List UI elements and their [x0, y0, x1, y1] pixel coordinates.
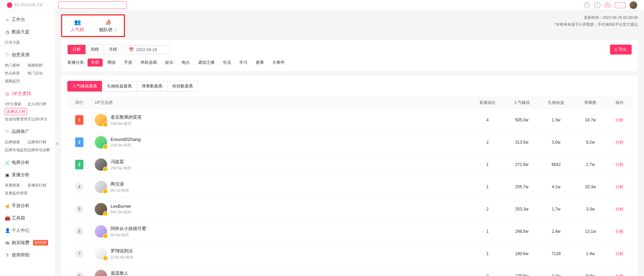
analyze-button[interactable]: 分析	[616, 274, 624, 276]
sort-tab[interactable]: 弹幕数最高	[137, 81, 168, 92]
up-avatar[interactable]	[95, 248, 107, 260]
sidebar-item[interactable]: 直播监控管理	[5, 189, 27, 197]
analyze-button[interactable]: 分析	[616, 251, 624, 256]
period-tabs: 日榜周榜月榜	[67, 45, 122, 55]
up-name[interactable]: 冯提莫	[111, 159, 131, 165]
export-button[interactable]: ⎘ 导出	[610, 45, 632, 55]
category-item[interactable]: 娱乐	[162, 59, 177, 67]
category-item[interactable]: 赛事	[252, 59, 267, 67]
logo: BZ.FEIGUA.CN	[7, 1, 127, 9]
top-header: BZ.FEIGUA.CN ? i ◔ ···	[0, 0, 644, 10]
sidebar-group-使用帮助[interactable]: ?使用帮助	[0, 249, 55, 261]
category-item[interactable]: 网游	[104, 59, 119, 67]
sidebar-collapse-icon[interactable]: «	[56, 141, 58, 146]
sort-tab[interactable]: 粉丝数最高	[167, 81, 198, 92]
sidebar-item[interactable]: 热门素材	[5, 61, 27, 69]
date-picker[interactable]: 📅 2022-04-24	[125, 45, 170, 54]
up-name[interactable]: 逍遥散人	[111, 270, 131, 276]
info-icon[interactable]: i	[594, 2, 600, 8]
sidebar-group-品牌推广[interactable]: ♡品牌推广	[0, 126, 55, 137]
cell-sessions: 1	[470, 154, 505, 176]
table-row: 3冯提莫294.5w 粉丝1272.9w65422.7w分析	[67, 154, 632, 176]
notice-icon[interactable]: ◔	[605, 2, 611, 8]
up-name[interactable]: 罗翔说刑法	[111, 248, 134, 254]
category-item[interactable]: 虚拟主播	[195, 59, 218, 67]
help-icon[interactable]: ?	[584, 2, 590, 8]
up-name[interactable]: 两仪滚	[111, 181, 129, 187]
category-item[interactable]: 单机游戏	[137, 59, 160, 67]
up-avatar[interactable]	[95, 136, 107, 148]
up-avatar[interactable]	[95, 270, 107, 276]
top-search-input[interactable]	[58, 1, 127, 9]
analyze-button[interactable]: 分析	[616, 184, 624, 189]
up-avatar[interactable]	[95, 158, 107, 171]
up-name[interactable]: 老实敦厚的笑笑	[111, 114, 142, 120]
category-item[interactable]: 大事件	[269, 59, 288, 67]
category-item[interactable]: 全部	[88, 59, 103, 67]
sidebar-item[interactable]: 行业大盘	[5, 38, 27, 46]
analyze-button[interactable]: 分析	[616, 207, 624, 212]
sidebar-group-工作台[interactable]: ⌂工作台	[0, 14, 55, 25]
sort-tab[interactable]: 人气峰值最高	[67, 81, 102, 92]
sidebar-group-工具箱[interactable]: 🧰工具箱	[0, 212, 55, 224]
sidebar-item[interactable]: 品牌搜索	[5, 138, 27, 146]
sidebar-item[interactable]: 视频热榜	[27, 61, 50, 69]
table-header: 人气峰值	[505, 96, 539, 109]
sidebar-item[interactable]: 视频监控	[5, 77, 27, 85]
calendar-icon: 📅	[129, 47, 134, 52]
sidebar-group-购买续费[interactable]: 🛍购买续费年付6折	[0, 237, 55, 249]
period-tab-日榜[interactable]: 日榜	[68, 45, 86, 54]
rank-tab-舰队榜[interactable]: ⛵舰队榜 ⓘ	[93, 15, 124, 36]
category-item[interactable]: 生活	[219, 59, 234, 67]
sidebar-item[interactable]: 达人排行榜	[27, 100, 50, 108]
analyze-button[interactable]: 分析	[616, 229, 624, 234]
sort-tab[interactable]: 礼物收益最高	[102, 81, 137, 92]
sidebar-group-个人中心[interactable]: 👤个人中心	[0, 225, 55, 236]
logo-icon	[7, 2, 12, 8]
sidebar-item[interactable]: 直播搜索	[5, 181, 27, 189]
analyze-button[interactable]: 分析	[616, 140, 624, 145]
rank-type-tabs: 👥人气榜⛵舰队榜 ⓘ	[62, 15, 124, 36]
sidebar-item[interactable]: 热门活动	[27, 69, 50, 77]
up-name[interactable]: 阿梓从小就很可爱	[111, 226, 146, 232]
sidebar-group-UP主查找[interactable]: ◎UP主查找	[0, 88, 55, 99]
info-icon[interactable]: ⓘ	[113, 28, 118, 32]
sidebar-item[interactable]: 关注的UP主	[27, 115, 50, 123]
up-name[interactable]: LexBurner	[111, 204, 131, 209]
up-name[interactable]: EmundDZhang	[111, 137, 140, 142]
date-value: 2022-04-24	[136, 47, 157, 52]
category-item[interactable]: 学习	[236, 59, 251, 67]
up-avatar[interactable]	[95, 114, 107, 126]
sidebar-group-直播分析[interactable]: ▣直播分析	[0, 169, 55, 181]
user-avatar[interactable]	[630, 1, 637, 9]
up-avatar[interactable]	[95, 225, 107, 238]
sidebar-group-创意灵感[interactable]: ♡创意灵感	[0, 49, 55, 61]
analyze-button[interactable]: 分析	[616, 118, 624, 122]
sidebar-item[interactable]: 品牌排行榜	[27, 138, 50, 146]
cell-danmu: 9.2w	[573, 131, 608, 154]
category-item[interactable]: 电台	[178, 59, 193, 67]
sidebar-icon: ▣	[5, 172, 10, 178]
table-header: 礼物收益	[539, 96, 573, 109]
up-avatar[interactable]	[95, 181, 107, 193]
up-fans: 318.0w 粉丝	[111, 143, 140, 148]
category-item[interactable]: 手游	[120, 59, 136, 67]
period-tab-月榜[interactable]: 月榜	[104, 45, 122, 54]
sidebar-item[interactable]: 直播达人榜	[5, 108, 27, 115]
sidebar-item[interactable]: UP主搜索	[5, 100, 27, 108]
sidebar-item[interactable]: 品牌评论诊断	[27, 146, 50, 154]
sidebar-item[interactable]: 投放结案管理	[5, 115, 27, 123]
sidebar-item[interactable]: 热点标签	[5, 69, 27, 77]
sidebar-item[interactable]: 直播排行榜	[27, 181, 50, 189]
period-tab-周榜[interactable]: 周榜	[86, 45, 104, 54]
sidebar-group-数据大盘[interactable]: ◷数据大盘	[0, 26, 55, 38]
rank-tab-人气榜[interactable]: 👥人气榜	[62, 15, 93, 36]
up-avatar[interactable]	[95, 203, 107, 215]
analyze-button[interactable]: 分析	[616, 162, 624, 167]
sidebar-item[interactable]: 品牌市场监控	[5, 146, 27, 154]
sidebar-group-电商分析[interactable]: 🛒电商分析	[0, 157, 55, 168]
category-label: 直播分类:	[67, 60, 85, 65]
table-body: 1老实敦厚的笑笑168.8w 粉丝4505.0w1.3w18.7w分析2Emun…	[67, 109, 632, 276]
sidebar-group-手游分析[interactable]: ☝手游分析	[0, 200, 55, 212]
top-action-button[interactable]: ···	[615, 2, 625, 8]
